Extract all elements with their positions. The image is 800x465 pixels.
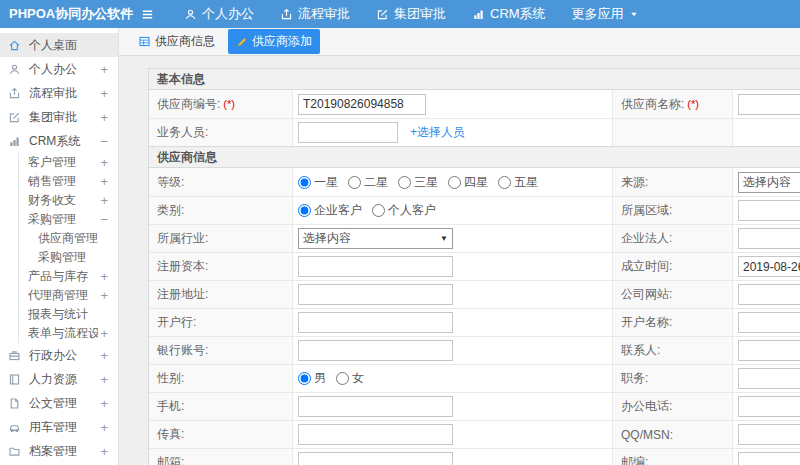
field-传真[interactable] — [298, 424, 453, 445]
expand-toggle-icon[interactable]: − — [100, 212, 108, 227]
sidebar-item-行政办公[interactable]: 行政办公+ — [0, 343, 118, 367]
nav-label: 更多应用 — [572, 5, 624, 23]
field-等级-option-二星[interactable]: 二星 — [348, 174, 388, 191]
sidebar-item-报表与统计[interactable]: 报表与统计 — [19, 305, 118, 324]
field-联系人[interactable] — [738, 340, 800, 361]
sidebar-item-用车管理[interactable]: 用车管理+ — [0, 415, 118, 439]
sidebar-item-label: 个人桌面 — [29, 37, 108, 54]
field-等级-option-五星[interactable]: 五星 — [498, 174, 538, 191]
field-开户行[interactable] — [298, 312, 453, 333]
sidebar-item-个人桌面[interactable]: 个人桌面 — [0, 33, 118, 57]
field-性别-option-男[interactable]: 男 — [298, 370, 326, 387]
sidebar-item-代理商管理[interactable]: 代理商管理+ — [19, 286, 118, 305]
radio-五星[interactable] — [498, 176, 511, 189]
expand-toggle-icon[interactable]: + — [100, 174, 108, 189]
form-row: 开户行:开户名称: — [149, 308, 800, 336]
nav-label: 集团审批 — [394, 5, 446, 23]
field-等级-option-一星[interactable]: 一星 — [298, 174, 338, 191]
field-性别-option-女[interactable]: 女 — [336, 370, 364, 387]
topnav-more-apps[interactable]: 更多应用 — [559, 0, 652, 28]
sidebar-item-表单与流程设置[interactable]: 表单与流程设置+ — [19, 324, 118, 343]
sidebar-item-人力资源[interactable]: 人力资源+ — [0, 367, 118, 391]
topnav-item-个人办公[interactable]: 个人办公 — [171, 0, 267, 28]
sidebar: 个人桌面个人办公+流程审批+集团审批+CRM系统−客户管理+销售管理+财务收支+… — [0, 28, 119, 465]
topnav-item-流程审批[interactable]: 流程审批 — [267, 0, 363, 28]
field-邮编[interactable] — [738, 452, 800, 465]
field-办公电话[interactable] — [738, 396, 800, 417]
sidebar-item-集团审批[interactable]: 集团审批+ — [0, 105, 118, 129]
field-label: 性别: — [149, 365, 293, 392]
expand-toggle-icon[interactable]: + — [100, 62, 108, 77]
field-银行账号[interactable] — [298, 340, 453, 361]
field-等级-option-三星[interactable]: 三星 — [398, 174, 438, 191]
expand-toggle-icon[interactable]: + — [100, 444, 108, 459]
sidebar-item-label: 个人办公 — [29, 61, 98, 78]
expand-toggle-icon[interactable]: + — [100, 288, 108, 303]
tab-供应商信息[interactable]: 供应商信息 — [130, 29, 223, 54]
sidebar-item-财务收支[interactable]: 财务收支+ — [19, 191, 118, 210]
field-企业法人[interactable] — [738, 228, 800, 249]
sidebar-item-CRM系统[interactable]: CRM系统− — [0, 129, 118, 153]
radio-四星[interactable] — [448, 176, 461, 189]
field-所属区域[interactable] — [738, 200, 800, 221]
expand-toggle-icon[interactable]: + — [100, 110, 108, 125]
expand-toggle-icon[interactable]: + — [100, 348, 108, 363]
sidebar-item-公文管理[interactable]: 公文管理+ — [0, 391, 118, 415]
expand-toggle-icon[interactable]: + — [100, 420, 108, 435]
field-供应商名称[interactable] — [738, 94, 800, 115]
sidebar-item-采购管理[interactable]: 采购管理− — [19, 210, 118, 229]
field-类别-option-企业客户[interactable]: 企业客户 — [298, 202, 362, 219]
field-邮箱[interactable] — [298, 452, 453, 465]
sidebar-item-label: 用车管理 — [29, 419, 98, 436]
field-成立时间[interactable] — [738, 256, 800, 277]
sidebar-item-档案管理[interactable]: 档案管理+ — [0, 439, 118, 463]
radio-三星[interactable] — [398, 176, 411, 189]
sidebar-item-label: 集团审批 — [29, 109, 98, 126]
menu-icon[interactable] — [140, 7, 155, 22]
sidebar-item-采购管理[interactable]: 采购管理 — [27, 248, 118, 267]
nav-label: 个人办公 — [202, 5, 254, 23]
select-person-link[interactable]: +选择人员 — [410, 124, 465, 141]
field-类别-option-个人客户[interactable]: 个人客户 — [372, 202, 436, 219]
sidebar-item-销售管理[interactable]: 销售管理+ — [19, 172, 118, 191]
radio-企业客户[interactable] — [298, 204, 311, 217]
expand-toggle-icon[interactable]: + — [100, 372, 108, 387]
sidebar-item-label: 采购管理 — [38, 249, 108, 266]
sidebar-item-流程审批[interactable]: 流程审批+ — [0, 81, 118, 105]
field-公司网站[interactable] — [738, 284, 800, 305]
field-QQ/MSN[interactable] — [738, 424, 800, 445]
sidebar-item-客户管理[interactable]: 客户管理+ — [19, 153, 118, 172]
field-注册资本[interactable] — [298, 256, 453, 277]
sidebar-item-产品与库存[interactable]: 产品与库存+ — [19, 267, 118, 286]
field-label: 成立时间: — [613, 253, 733, 280]
field-开户名称[interactable] — [738, 312, 800, 333]
field-业务人员[interactable] — [298, 122, 398, 143]
expand-toggle-icon[interactable]: + — [100, 86, 108, 101]
field-来源[interactable]: 选择内容▼ — [738, 172, 800, 193]
expand-toggle-icon[interactable]: + — [100, 155, 108, 170]
field-供应商编号[interactable] — [298, 94, 426, 115]
topnav-item-CRM系统[interactable]: CRM系统 — [459, 0, 559, 28]
pencil-icon — [236, 36, 248, 48]
radio-男[interactable] — [298, 372, 311, 385]
expand-toggle-icon[interactable]: + — [100, 396, 108, 411]
radio-二星[interactable] — [348, 176, 361, 189]
tab-供应商添加[interactable]: 供应商添加 — [228, 29, 320, 54]
radio-个人客户[interactable] — [372, 204, 385, 217]
field-注册地址[interactable] — [298, 284, 453, 305]
expand-toggle-icon[interactable]: + — [100, 269, 108, 284]
radio-一星[interactable] — [298, 176, 311, 189]
field-职务[interactable] — [738, 368, 800, 389]
sidebar-item-个人办公[interactable]: 个人办公+ — [0, 57, 118, 81]
field-手机[interactable] — [298, 396, 453, 417]
field-所属行业[interactable]: 选择内容▼ — [298, 228, 453, 249]
expand-toggle-icon[interactable]: + — [100, 193, 108, 208]
expand-toggle-icon[interactable]: + — [100, 326, 108, 341]
field-等级-option-四星[interactable]: 四星 — [448, 174, 488, 191]
select-value: 选择内容 — [743, 174, 791, 191]
sidebar-item-供应商管理[interactable]: 供应商管理 — [27, 229, 118, 248]
sidebar-item-label: 销售管理 — [28, 173, 98, 190]
expand-toggle-icon[interactable]: − — [100, 134, 108, 149]
topnav-item-集团审批[interactable]: 集团审批 — [363, 0, 459, 28]
radio-女[interactable] — [336, 372, 349, 385]
